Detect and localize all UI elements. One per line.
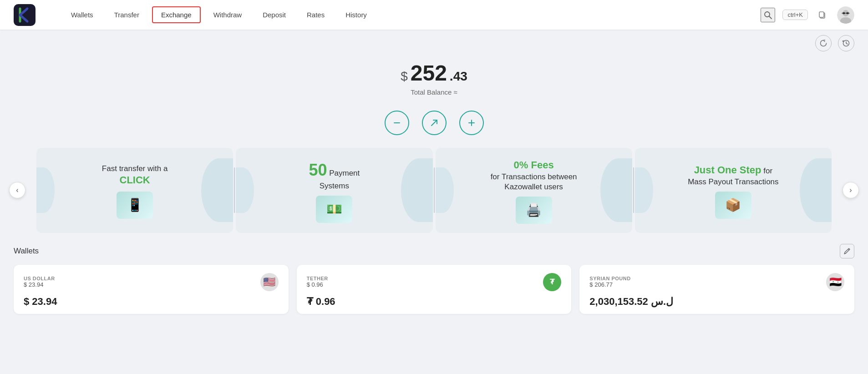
wallet-usd-value-usd: $ 23.94 <box>24 281 55 288</box>
keyboard-shortcut: ctrl+K <box>782 10 808 20</box>
carousel-title-1: Fast transfer with aCLICK <box>102 164 168 187</box>
wallets-edit-button[interactable] <box>840 244 854 258</box>
wallet-amount-syp: ل.س 2,030,153.52 <box>589 296 844 308</box>
carousel-track: Fast transfer with aCLICK 📱 50 PaymentSy… <box>32 148 836 233</box>
nav-wallets[interactable]: Wallets <box>63 7 102 22</box>
wallet-usd-value-tether: $ 0.96 <box>307 281 328 288</box>
carousel-next-button[interactable]: › <box>843 182 859 198</box>
carousel-divider-3 <box>633 167 634 213</box>
wallets-grid: US DOLLAR $ 23.94 🇺🇸 $ 23.94 TETHER $ 0.… <box>14 265 854 314</box>
carousel-title-3: 0% Feesfor Transactions betweenKazowalle… <box>491 159 577 192</box>
transfer-button[interactable] <box>422 111 447 135</box>
action-buttons <box>0 111 868 135</box>
svg-line-14 <box>431 120 437 126</box>
top-actions <box>0 30 868 51</box>
main-nav: Wallets Transfer Exchange Withdraw Depos… <box>63 6 761 23</box>
currency-symbol: $ <box>401 69 408 84</box>
svg-rect-0 <box>14 4 36 26</box>
svg-rect-8 <box>846 12 849 14</box>
svg-point-1 <box>765 12 770 17</box>
wallet-flag-usd: 🇺🇸 <box>260 273 279 291</box>
balance-display: $ 252.43 <box>0 61 868 86</box>
balance-section: $ 252.43 Total Balance ≈ <box>0 51 868 101</box>
carousel-divider-1 <box>234 167 235 213</box>
wallet-card-usd-header: US DOLLAR $ 23.94 🇺🇸 <box>24 273 279 291</box>
nav-deposit[interactable]: Deposit <box>254 7 294 22</box>
carousel-title-4: Just One Step forMass Payout Transaction… <box>688 164 778 187</box>
wallet-currency-usd: US DOLLAR <box>24 276 55 281</box>
wallets-section: Wallets US DOLLAR $ 23.94 🇺🇸 $ 23.94 <box>0 233 868 314</box>
balance-whole: 252 <box>411 61 447 86</box>
wallet-card-tether: TETHER $ 0.96 ₮ ₮ 0.96 <box>297 265 572 314</box>
carousel-item-3: 0% Feesfor Transactions betweenKazowalle… <box>436 148 632 233</box>
wallet-flag-tether: ₮ <box>543 273 561 291</box>
withdraw-button[interactable] <box>385 111 409 135</box>
wallet-flag-syp: 🇸🇾 <box>826 273 844 291</box>
carousel-image-1: 📱 <box>117 192 153 219</box>
refresh-button[interactable] <box>815 35 832 51</box>
main-content: $ 252.43 Total Balance ≈ ‹ <box>0 30 868 374</box>
carousel-item-1: Fast transfer with aCLICK 📱 <box>36 148 233 233</box>
wallet-card-usd: US DOLLAR $ 23.94 🇺🇸 $ 23.94 <box>14 265 289 314</box>
carousel-item-4: Just One Step forMass Payout Transaction… <box>635 148 832 233</box>
balance-label: Total Balance ≈ <box>0 88 868 96</box>
carousel-image-3: 🖨️ <box>516 197 552 224</box>
header-right: ctrl+K <box>761 6 854 24</box>
copy-icon[interactable] <box>815 8 830 22</box>
wallet-card-tether-header: TETHER $ 0.96 ₮ <box>307 273 562 291</box>
wallet-currency-tether: TETHER <box>307 276 328 281</box>
carousel-prev-button[interactable]: ‹ <box>9 182 25 198</box>
carousel-divider-2 <box>434 167 435 213</box>
wallet-usd-value-syp: $ 206.77 <box>589 281 630 288</box>
nav-history[interactable]: History <box>337 7 375 22</box>
user-avatar[interactable] <box>837 6 854 24</box>
search-button[interactable] <box>761 8 775 22</box>
wallet-card-syp-header: SYRIAN POUND $ 206.77 🇸🇾 <box>589 273 844 291</box>
nav-withdraw[interactable]: Withdraw <box>205 7 250 22</box>
wallet-amount-usd: $ 23.94 <box>24 296 279 308</box>
wallets-title: Wallets <box>14 247 39 256</box>
carousel-image-2: 💵 <box>316 196 352 223</box>
logo[interactable] <box>14 4 36 26</box>
wallet-currency-syp: SYRIAN POUND <box>589 276 630 281</box>
carousel-title-2: 50 PaymentSystems <box>309 160 360 191</box>
nav-rates[interactable]: Rates <box>299 7 333 22</box>
wallet-amount-tether: ₮ 0.96 <box>307 296 562 308</box>
carousel-section: ‹ Fast transfer with aCLICK 📱 <box>0 148 868 233</box>
nav-exchange[interactable]: Exchange <box>152 6 201 23</box>
balance-cents: .43 <box>450 69 467 84</box>
carousel-image-4: 📦 <box>715 192 751 219</box>
wallet-card-syp: SYRIAN POUND $ 206.77 🇸🇾 ل.س 2,030,153.5… <box>579 265 854 314</box>
nav-transfer[interactable]: Transfer <box>106 7 147 22</box>
history-button[interactable] <box>838 35 854 51</box>
carousel-item-2: 50 PaymentSystems 💵 <box>236 148 432 233</box>
svg-rect-7 <box>843 12 845 14</box>
header: Wallets Transfer Exchange Withdraw Depos… <box>0 0 868 30</box>
deposit-button[interactable] <box>459 111 484 135</box>
wallets-header: Wallets <box>14 244 854 258</box>
svg-rect-3 <box>819 12 824 17</box>
